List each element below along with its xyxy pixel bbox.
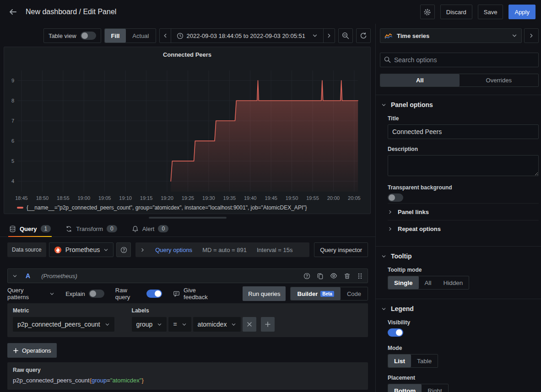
svg-text:19:35: 19:35 bbox=[223, 195, 236, 201]
svg-text:19:15: 19:15 bbox=[140, 195, 153, 201]
query-inspector-button[interactable]: Query inspector bbox=[314, 242, 368, 257]
hide-response-icon[interactable] bbox=[330, 272, 337, 279]
svg-text:19:05: 19:05 bbox=[98, 195, 111, 201]
legend-mode-list[interactable]: List bbox=[388, 354, 411, 367]
label-name-select[interactable]: group bbox=[132, 317, 167, 332]
datasource-help-button[interactable] bbox=[116, 242, 131, 257]
legend-item[interactable]: {__name__="p2p_connected_peers_count", g… bbox=[17, 204, 307, 211]
tooltip-title: Tooltip bbox=[391, 252, 412, 260]
time-shift-back-button[interactable] bbox=[159, 28, 171, 43]
panel-title-input[interactable] bbox=[388, 124, 539, 139]
refresh-icon bbox=[360, 32, 367, 39]
plus-icon bbox=[13, 348, 19, 354]
query-help-icon[interactable] bbox=[303, 273, 310, 279]
panel-options-header[interactable]: Panel options bbox=[380, 101, 539, 108]
remove-query-icon[interactable] bbox=[344, 273, 351, 279]
zoom-out-button[interactable] bbox=[338, 28, 353, 43]
give-feedback-link[interactable]: Give feedback bbox=[173, 287, 221, 301]
time-range-button[interactable]: 2022-09-03 18:44:05 to 2022-09-03 20:05:… bbox=[171, 28, 324, 43]
add-operations-button[interactable]: Operations bbox=[7, 343, 57, 358]
search-options-input[interactable] bbox=[380, 53, 539, 67]
fill-option[interactable]: Fill bbox=[105, 29, 126, 43]
legend-placement-bottom[interactable]: Bottom bbox=[388, 384, 422, 392]
query-options-collapse[interactable]: Query options MD = auto = 891 Interval =… bbox=[135, 242, 309, 257]
svg-text:19:00: 19:00 bbox=[77, 195, 90, 201]
tooltip-mode-all[interactable]: All bbox=[419, 276, 438, 289]
datasource-row: Data source Prometheus Query options MD … bbox=[7, 242, 368, 257]
tooltip-header[interactable]: Tooltip bbox=[380, 252, 539, 260]
duplicate-query-icon[interactable] bbox=[317, 273, 324, 279]
explain-label: Explain bbox=[65, 290, 85, 297]
builder-label: Builder bbox=[297, 290, 318, 297]
chevron-right-icon bbox=[388, 209, 393, 215]
top-nav: New dashboard / Edit Panel Discard Save … bbox=[0, 0, 541, 24]
raw-query-toggle[interactable] bbox=[146, 290, 162, 298]
legend-placement-right[interactable]: Right bbox=[422, 384, 448, 392]
svg-text:19:45: 19:45 bbox=[265, 195, 277, 201]
chevron-down-icon bbox=[103, 247, 108, 252]
drag-handle-icon[interactable] bbox=[357, 273, 363, 279]
tab-transform-label: Transform bbox=[76, 226, 103, 232]
tab-query[interactable]: Query 1 bbox=[8, 225, 52, 236]
tab-alert-label: Alert bbox=[142, 226, 155, 232]
chart-title: Connected Peers bbox=[4, 47, 370, 58]
tab-all-options[interactable]: All bbox=[380, 74, 460, 86]
metric-select[interactable]: p2p_connected_peers_count bbox=[13, 317, 114, 332]
repeat-options-title: Repeat options bbox=[398, 226, 441, 232]
time-shift-forward-button[interactable] bbox=[323, 28, 335, 43]
panel-settings-button[interactable] bbox=[420, 5, 435, 19]
visualization-picker[interactable]: Time series bbox=[380, 28, 522, 43]
save-button[interactable]: Save bbox=[478, 5, 503, 19]
panel-description-input[interactable] bbox=[388, 155, 539, 176]
label-operator-value: = bbox=[173, 321, 177, 328]
add-label-filter-button[interactable] bbox=[261, 317, 275, 332]
legend-swatch bbox=[17, 207, 23, 209]
pane-resize-handle[interactable] bbox=[0, 214, 375, 221]
code-option[interactable]: Code bbox=[341, 287, 368, 300]
chevron-down-icon bbox=[157, 322, 162, 327]
tooltip-mode-single[interactable]: Single bbox=[388, 276, 419, 289]
chevron-left-icon bbox=[162, 33, 168, 38]
apply-button[interactable]: Apply bbox=[509, 5, 536, 19]
tab-transform[interactable]: Transform 0 bbox=[65, 225, 118, 236]
discard-button[interactable]: Discard bbox=[440, 5, 472, 19]
label-value-select[interactable]: atomicdex bbox=[193, 317, 241, 332]
chevron-down-icon bbox=[182, 322, 187, 327]
table-view-control: Table view bbox=[43, 28, 101, 43]
remove-label-filter-button[interactable] bbox=[243, 317, 256, 332]
svg-text:18:50: 18:50 bbox=[36, 195, 49, 201]
svg-text:19:55: 19:55 bbox=[306, 195, 319, 201]
tooltip-mode-hidden[interactable]: Hidden bbox=[438, 276, 469, 289]
label-operator-select[interactable]: = bbox=[168, 317, 191, 332]
title-field-label: Title bbox=[388, 115, 539, 122]
transparent-background-toggle[interactable] bbox=[388, 193, 403, 202]
time-range-text: 2022-09-03 18:44:05 to 2022-09-03 20:05:… bbox=[187, 32, 306, 39]
help-circle-icon bbox=[120, 247, 127, 253]
query-patterns-label: Query patterns bbox=[7, 287, 46, 301]
legend-visibility-toggle[interactable] bbox=[388, 328, 403, 337]
legend-header[interactable]: Legend bbox=[380, 305, 539, 312]
repeat-options-section[interactable]: Repeat options bbox=[388, 220, 539, 237]
query-row-header[interactable]: A (Prometheus) bbox=[7, 268, 368, 283]
builder-option[interactable]: Builder Beta bbox=[291, 287, 340, 300]
legend-mode-table[interactable]: Table bbox=[411, 354, 438, 367]
label-name-value: group bbox=[136, 321, 153, 328]
metric-value: p2p_connected_peers_count bbox=[17, 321, 100, 328]
back-button[interactable] bbox=[5, 5, 20, 19]
collapse-options-pane-button[interactable] bbox=[524, 28, 539, 43]
datasource-select[interactable]: Prometheus bbox=[49, 242, 114, 257]
table-view-toggle[interactable] bbox=[81, 32, 96, 40]
query-patterns-dropdown[interactable]: Query patterns bbox=[7, 287, 54, 301]
visualization-name: Time series bbox=[397, 32, 429, 39]
tab-alert[interactable]: Alert 0 bbox=[131, 225, 169, 236]
tab-overrides[interactable]: Overrides bbox=[460, 74, 539, 86]
actual-option[interactable]: Actual bbox=[126, 29, 155, 43]
panel-links-section[interactable]: Panel links bbox=[388, 203, 539, 220]
refresh-button[interactable] bbox=[356, 28, 371, 43]
run-queries-button[interactable]: Run queries bbox=[243, 286, 286, 301]
page-title: New dashboard / Edit Panel bbox=[26, 8, 116, 16]
explain-toggle[interactable] bbox=[89, 290, 104, 298]
svg-text:9: 9 bbox=[11, 78, 14, 83]
database-icon bbox=[9, 226, 16, 232]
query-builder-toolbar: Query patterns Explain Raw query Give fe… bbox=[7, 286, 368, 301]
